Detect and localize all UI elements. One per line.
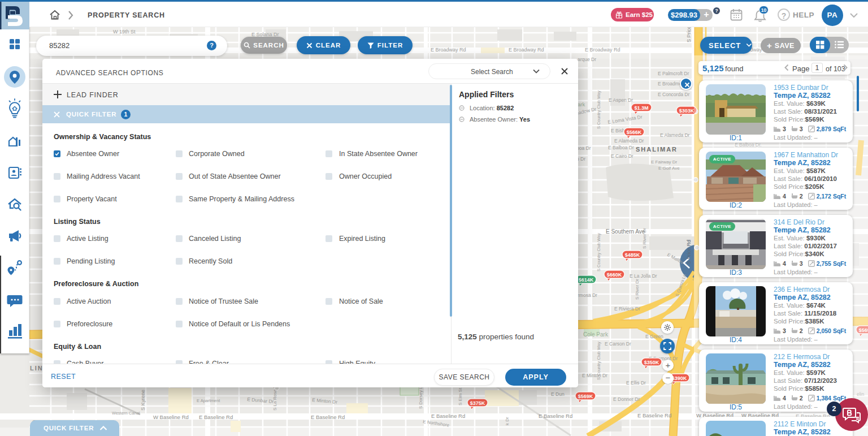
svg-text:E Baseline Rd: E Baseline Rd [637, 412, 671, 418]
svg-text:E Alameda Dr: E Alameda Dr [660, 132, 690, 138]
svg-text:S Price Rd: S Price Rd [686, 240, 692, 264]
svg-text:E Southern Ave: E Southern Ave [606, 228, 645, 235]
svg-text:S River Dr: S River Dr [642, 228, 647, 249]
svg-text:E Donner Dr: E Donner Dr [613, 396, 640, 402]
svg-text:k Dr: k Dr [505, 417, 510, 425]
svg-text:E Dun: E Dun [551, 391, 565, 397]
svg-text:E Minton Dr: E Minton Dr [582, 373, 607, 378]
svg-text:$390K: $390K [672, 375, 687, 381]
svg-text:S River Dr: S River Dr [635, 279, 640, 300]
svg-text:$485K: $485K [625, 252, 640, 258]
svg-text:S Country Club Way: S Country Club Way [596, 342, 601, 380]
svg-text:S Dorsey Ln: S Dorsey Ln [418, 384, 423, 409]
svg-text:E Riviera Dr: E Riviera Dr [614, 306, 640, 312]
svg-text:E Alameda Dr: E Alameda Dr [614, 138, 644, 144]
svg-text:E Broadway Rd: E Broadway Rd [585, 47, 620, 53]
svg-text:$303K: $303K [679, 108, 695, 114]
svg-text:rmosa Dr: rmosa Dr [578, 292, 597, 298]
svg-text:E Golf Ave: E Golf Ave [658, 166, 680, 171]
svg-text:$350K: $350K [644, 360, 659, 365]
svg-text:E Balboa Dr: E Balboa Dr [608, 145, 634, 150]
svg-text:E La Jolla Dr: E La Jolla Dr [630, 273, 657, 279]
svg-text:$566K: $566K [627, 129, 642, 135]
svg-text:ark: ark [578, 101, 585, 107]
svg-text:E Apartment: E Apartment [197, 398, 220, 403]
svg-text:E Ellis Dr: E Ellis Dr [626, 380, 646, 386]
svg-text:arque Dr: arque Dr [578, 57, 596, 62]
svg-text:E Baseline Rd: E Baseline Rd [199, 414, 233, 420]
svg-text:E Broadmo: E Broadmo [658, 81, 682, 87]
svg-text:E Broadway Rd: E Broadway Rd [509, 47, 544, 53]
svg-text:S Elm St: S Elm St [458, 387, 463, 405]
svg-text:$569K: $569K [578, 394, 593, 399]
svg-text:$660K: $660K [607, 272, 622, 278]
svg-text:E Baseline Rd: E Baseline Rd [431, 413, 465, 419]
svg-text:SHALIMAR: SHALIMAR [636, 146, 678, 153]
svg-text:S Kyrene: S Kyrene [140, 390, 146, 411]
svg-text:$375K: $375K [470, 400, 485, 406]
svg-text:E Fairway Dr: E Fairway Dr [651, 159, 678, 165]
svg-text:E Broadway Rd: E Broadway Rd [431, 47, 466, 53]
svg-text:E Carson Dr: E Carson Dr [605, 341, 631, 347]
svg-text:S Country Club Way: S Country Club Way [596, 90, 601, 129]
svg-text:S Country Club Way: S Country Club Way [596, 233, 601, 271]
svg-text:$614K: $614K [579, 277, 594, 283]
svg-text:Western Canal: Western Canal [112, 411, 140, 416]
svg-text:E Palmcroft Dr: E Palmcroft Dr [658, 71, 689, 76]
svg-text:$1.3M: $1.3M [634, 105, 648, 111]
svg-text:LIN: LIN [30, 365, 44, 372]
svg-text:Cole Park: Cole Park [583, 331, 609, 338]
svg-text:E Green: E Green [645, 334, 663, 339]
svg-text:E Aspen Dr: E Aspen Dr [609, 97, 633, 103]
svg-text:E Concorda Dr: E Concorda Dr [658, 92, 689, 97]
svg-text:W Baseline Rd: W Baseline Rd [153, 414, 189, 420]
svg-text:E Baseline Rd: E Baseline Rd [539, 413, 572, 419]
svg-text:E Baseline Rd: E Baseline Rd [311, 414, 345, 420]
svg-text:W 19th St: W 19th St [113, 29, 136, 34]
svg-text:boa Dr: boa Dr [576, 145, 591, 151]
svg-text:E Cairo Dr: E Cairo Dr [611, 153, 633, 159]
